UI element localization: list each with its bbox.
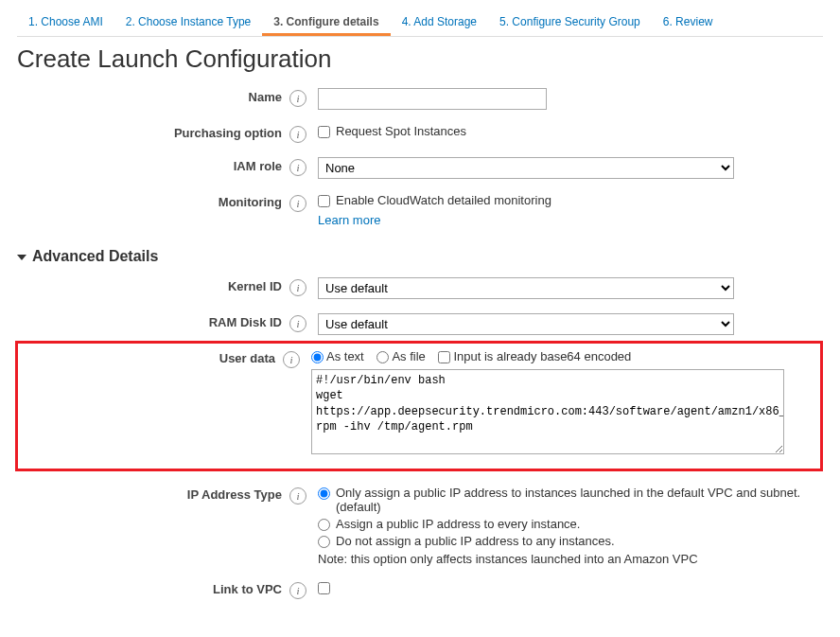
userdata-base64-checkbox[interactable] [438, 351, 450, 363]
label-linkvpc: Link to VPC [17, 579, 289, 596]
info-icon[interactable]: i [289, 126, 306, 143]
userdata-as-text-option[interactable]: As text [311, 349, 364, 363]
monitoring-option[interactable]: Enable CloudWatch detailed monitoring [318, 193, 551, 207]
ip-none-label: Do not assign a public IP address to any… [336, 534, 615, 548]
info-icon[interactable]: i [289, 195, 306, 212]
kernel-select[interactable]: Use default [318, 277, 734, 299]
info-icon[interactable]: i [289, 315, 306, 332]
wizard-step-2[interactable]: 2. Choose Instance Type [114, 9, 263, 36]
wizard-step-5[interactable]: 5. Configure Security Group [488, 9, 652, 36]
userdata-as-text-radio[interactable] [311, 351, 324, 363]
ip-every-radio[interactable] [318, 519, 330, 531]
link-vpc-checkbox[interactable] [318, 582, 330, 594]
ip-note: Note: this option only affects instances… [318, 552, 823, 566]
label-ramdisk: RAM Disk ID [17, 312, 289, 329]
wizard-step-3[interactable]: 3. Configure details [262, 9, 390, 36]
wizard-steps: 1. Choose AMI 2. Choose Instance Type 3.… [17, 9, 823, 37]
userdata-textarea[interactable] [311, 369, 784, 454]
ip-default-radio[interactable] [318, 487, 330, 500]
info-icon[interactable]: i [289, 159, 306, 176]
name-input[interactable] [318, 88, 547, 110]
ip-default-label: Only assign a public IP address to insta… [336, 486, 823, 514]
label-userdata: User data [18, 348, 283, 365]
label-iam: IAM role [17, 156, 289, 173]
label-kernel: Kernel ID [17, 276, 289, 293]
userdata-base64-option[interactable]: Input is already base64 encoded [438, 349, 631, 363]
userdata-as-file-radio[interactable] [376, 351, 389, 363]
iam-role-select[interactable]: None [318, 157, 734, 179]
userdata-as-file-option[interactable]: As file [376, 349, 425, 363]
spot-instances-option[interactable]: Request Spot Instances [318, 124, 466, 138]
wizard-step-6[interactable]: 6. Review [652, 9, 725, 36]
ramdisk-select[interactable]: Use default [318, 313, 734, 335]
learn-more-link[interactable]: Learn more [318, 213, 380, 227]
label-purchasing: Purchasing option [17, 123, 289, 140]
info-icon[interactable]: i [289, 487, 306, 504]
info-icon[interactable]: i [289, 582, 306, 599]
info-icon[interactable]: i [289, 90, 306, 107]
user-data-highlight-box: User data i As text As file Input is alr… [15, 341, 823, 471]
wizard-step-4[interactable]: 4. Add Storage [391, 9, 488, 36]
label-name: Name [17, 87, 289, 104]
advanced-details-heading[interactable]: Advanced Details [17, 248, 823, 265]
monitoring-checkbox[interactable] [318, 195, 330, 207]
info-icon[interactable]: i [289, 279, 306, 296]
page-title: Create Launch Configuration [17, 44, 823, 74]
caret-down-icon [17, 255, 26, 260]
ip-none-radio[interactable] [318, 536, 330, 548]
info-icon[interactable]: i [283, 351, 300, 368]
ip-every-label: Assign a public IP address to every inst… [336, 517, 580, 531]
label-iptype: IP Address Type [17, 485, 289, 502]
label-monitoring: Monitoring [17, 192, 289, 209]
wizard-step-1[interactable]: 1. Choose AMI [17, 9, 114, 36]
spot-checkbox[interactable] [318, 126, 330, 138]
